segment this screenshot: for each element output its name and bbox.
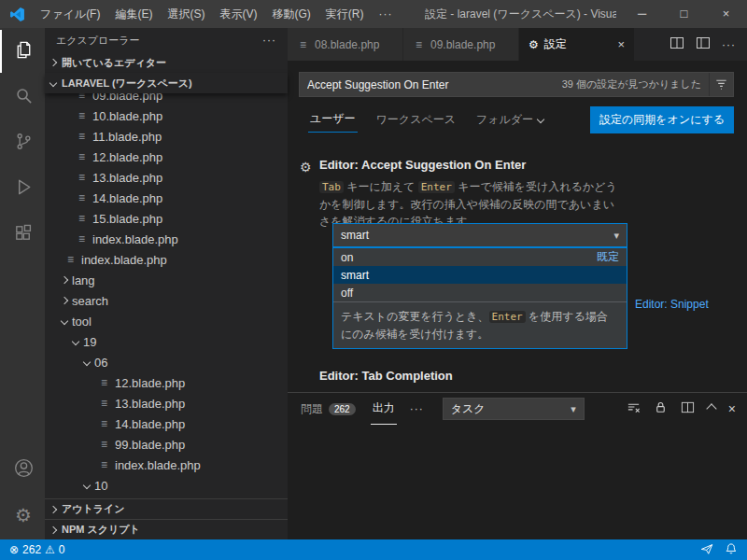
tree-folder[interactable]: 06 [45,352,288,372]
tree-file[interactable]: ≡index.blade.php [45,249,288,270]
menu-run[interactable]: 実行(R) [318,0,372,28]
close-window-button[interactable]: × [705,0,747,28]
tree-folder[interactable]: 19 [45,331,288,352]
tree-item-label: 14.blade.php [92,191,162,205]
tab-settings[interactable]: ⚙ 設定 × [519,28,635,61]
maximize-panel-icon[interactable] [706,403,716,413]
menu-go[interactable]: 移動(G) [264,0,317,28]
menu-selection[interactable]: 選択(S) [160,0,212,28]
tab-output[interactable]: 出力 [371,393,397,425]
menu-more-icon[interactable]: ··· [371,0,400,28]
scroll-lock-icon[interactable] [654,400,668,417]
tree-file[interactable]: ≡12.blade.php [45,147,288,167]
editor-layout-icon[interactable] [696,35,711,53]
file-icon: ≡ [98,376,110,389]
tree-folder[interactable]: tool [45,311,288,331]
tree-folder[interactable]: lang [45,270,288,290]
problems-status[interactable]: ⊗ 262 ⚠ 0 [9,543,65,556]
settings-search-input[interactable] [307,78,555,91]
tree-folder[interactable]: search [45,290,288,311]
option-on[interactable]: on 既定 [333,248,627,266]
section-label: アウトライン [62,502,125,516]
sidebar-more-actions-icon[interactable]: ··· [262,34,276,47]
select-value: smart [341,229,369,242]
tree-file[interactable]: ≡13.blade.php [45,393,288,413]
warning-icon: ⚠ [45,543,55,556]
option-label: smart [341,269,369,282]
tree-file[interactable]: ≡99.blade.php [45,434,288,455]
setting-value-select[interactable]: smart ▾ [332,223,627,247]
menu-view[interactable]: 表示(V) [212,0,264,28]
title-bar: ファイル(F) 編集(E) 選択(S) 表示(V) 移動(G) 実行(R) ··… [0,0,747,28]
editor-area: ≡ 08.blade.php ≡ 09.blade.php ⚙ 設定 × ··· [288,28,747,539]
menu-edit[interactable]: 編集(E) [107,0,160,28]
tree-item-label: 10.blade.php [92,109,162,123]
file-icon: ≡ [76,93,88,102]
turn-on-settings-sync-button[interactable]: 設定の同期をオンにする [590,106,734,133]
file-icon: ≡ [76,171,88,184]
option-smart[interactable]: smart [333,266,627,284]
activity-run-debug[interactable] [0,167,45,210]
filter-icon[interactable] [709,73,733,96]
panel-more-tabs-icon[interactable]: ··· [410,402,424,415]
close-panel-icon[interactable]: × [728,401,736,416]
activity-explorer[interactable] [0,30,45,73]
tree-item-label: 13.blade.php [115,397,185,411]
close-tab-icon[interactable]: × [617,37,625,51]
output-channel-select[interactable]: タスク ▾ [443,398,585,420]
tab-workspace-settings[interactable]: ワークスペース [374,107,458,133]
tree-file[interactable]: ≡index.blade.php [45,229,288,249]
tab-folder-settings[interactable]: フォルダー [474,107,545,133]
account-icon [13,457,35,482]
split-panel-icon[interactable] [681,400,695,417]
channel-value: タスク [451,401,486,417]
scope-label: ワークスペース [376,112,456,128]
minimize-button[interactable]: ─ [621,0,663,28]
vscode-logo-icon [9,7,25,22]
tree-file[interactable]: ≡10.blade.php [45,105,288,126]
snippet-setting-link[interactable]: Editor: Snippet [635,298,709,311]
open-editors-section[interactable]: 開いているエディター [45,52,288,73]
chevron-down-icon [83,358,91,366]
tree-file[interactable]: ≡13.blade.php [45,167,288,188]
tree-file[interactable]: ≡09.blade.php [45,93,288,105]
tab-09-blade-php[interactable]: ≡ 09.blade.php [403,28,519,61]
tree-file[interactable]: ≡11.blade.php [45,126,288,147]
activity-source-control[interactable] [0,121,45,164]
maximize-button[interactable]: □ [663,0,705,28]
tree-file[interactable]: ≡index.blade.php [45,455,288,475]
workspace-section[interactable]: LARAVEL (ワークスペース) [45,73,288,93]
chevron-down-icon: ▾ [571,403,576,415]
feedback-icon[interactable] [700,542,713,558]
tree-file[interactable]: ≡12.blade.php [45,372,288,393]
activity-extensions[interactable] [0,213,45,256]
split-editor-icon[interactable] [669,35,684,53]
status-bar: ⊗ 262 ⚠ 0 [0,539,747,560]
outline-section[interactable]: アウトライン [45,498,288,519]
activity-search[interactable] [0,76,45,119]
option-off[interactable]: off [333,284,627,301]
clear-output-icon[interactable] [627,400,641,417]
chevron-down-icon [83,482,91,489]
tree-folder[interactable]: 10 [45,475,288,496]
tree-item-label: 13.blade.php [92,171,162,185]
tree-item-label: 12.blade.php [115,376,185,390]
more-actions-icon[interactable]: ··· [722,38,736,51]
tree-file[interactable]: ≡14.blade.php [45,188,288,208]
file-icon: ≡ [98,417,110,430]
activity-settings[interactable]: ⚙ [0,494,45,537]
notifications-bell-icon[interactable] [725,542,738,558]
tree-file[interactable]: ≡15.blade.php [45,208,288,229]
settings-editor: 39 個の設定が見つかりました ユーザー ワークスペース フォルダー 設定の同期… [288,61,747,392]
gear-icon: ⚙ [529,38,539,51]
tree-item-label: search [72,294,108,308]
tree-file[interactable]: ≡14.blade.php [45,413,288,434]
tab-08-blade-php[interactable]: ≡ 08.blade.php [288,28,403,61]
menu-file[interactable]: ファイル(F) [33,0,107,28]
activity-account[interactable] [0,448,45,491]
chevron-right-icon [61,276,68,284]
npm-scripts-section[interactable]: NPM スクリプト [45,519,288,539]
tab-user-settings[interactable]: ユーザー [308,106,358,133]
tab-problems[interactable]: 問題 262 [299,393,358,425]
setting-gear-icon[interactable]: ⚙ [300,160,312,175]
